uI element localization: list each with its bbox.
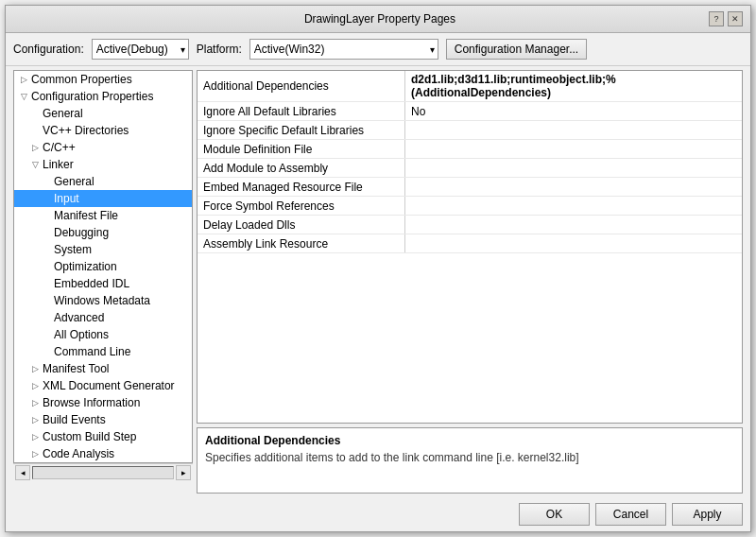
prop-value-3 [405, 140, 742, 158]
prop-row-3[interactable]: Module Definition File [198, 140, 742, 159]
expand-icon-config-props[interactable]: ▽ [18, 92, 29, 101]
tree-item-linker[interactable]: ▽Linker [14, 156, 192, 173]
prop-value-2 [405, 121, 742, 139]
horizontal-scrollbar[interactable] [32, 466, 174, 479]
tree-item-build-events[interactable]: ▷Build Events [14, 411, 192, 428]
prop-row-1[interactable]: Ignore All Default LibrariesNo [198, 102, 742, 121]
expand-icon-code-analysis[interactable]: ▷ [29, 449, 41, 459]
expand-icon-custom-build[interactable]: ▷ [29, 432, 41, 442]
prop-name-0: Additional Dependencies [198, 71, 405, 101]
expand-icon-cpp[interactable]: ▷ [29, 143, 41, 152]
tree-label-vc-dirs: VC++ Directories [43, 124, 129, 137]
tree-item-code-analysis[interactable]: ▷Code Analysis [14, 445, 192, 462]
tree-item-linker-embedded-idl[interactable]: Embedded IDL [14, 275, 192, 292]
prop-row-4[interactable]: Add Module to Assembly [198, 159, 742, 178]
prop-row-8[interactable]: Assembly Link Resource [198, 234, 742, 253]
scroll-right-arrow[interactable]: ▸ [176, 465, 191, 480]
tree-label-build-events: Build Events [43, 413, 106, 426]
platform-select[interactable]: Active(Win32) [249, 39, 438, 60]
tree-view: ▷Common Properties▽Configuration Propert… [13, 70, 193, 463]
platform-select-wrapper: Active(Win32) [249, 39, 438, 60]
tree-label-linker: Linker [43, 158, 74, 171]
tree-label-linker-system: System [54, 243, 92, 256]
tree-label-general: General [43, 107, 83, 120]
tree-item-browse-info[interactable]: ▷Browse Information [14, 394, 192, 411]
apply-button[interactable]: Apply [672, 503, 743, 526]
ok-button[interactable]: OK [519, 503, 590, 526]
tree-item-general[interactable]: General [14, 105, 192, 122]
tree-label-linker-debugging: Debugging [54, 226, 109, 239]
tree-item-linker-general[interactable]: General [14, 173, 192, 190]
prop-value-8 [405, 234, 742, 252]
tree-item-linker-all-options[interactable]: All Options [14, 326, 192, 343]
prop-row-7[interactable]: Delay Loaded Dlls [198, 216, 742, 234]
expand-icon-manifest-tool[interactable]: ▷ [29, 364, 41, 373]
expand-icon-build-events[interactable]: ▷ [29, 415, 41, 424]
tree-item-xml-doc-gen[interactable]: ▷XML Document Generator [14, 377, 192, 394]
tree-item-cpp[interactable]: ▷C/C++ [14, 139, 192, 156]
config-manager-button[interactable]: Configuration Manager... [446, 39, 587, 60]
tree-scrollbar: ◂ ▸ [13, 463, 193, 480]
tree-label-linker-windows-meta: Windows Metadata [54, 294, 150, 307]
expand-icon-linker[interactable]: ▽ [29, 160, 41, 169]
bottom-bar: OK Cancel Apply [6, 497, 750, 531]
dialog-title: DrawingLayer Property Pages [51, 12, 709, 26]
prop-value-4 [405, 159, 742, 177]
config-select-wrapper: Active(Debug) [92, 39, 189, 60]
tree-label-linker-advanced: Advanced [54, 311, 104, 324]
tree-label-linker-general: General [54, 175, 94, 188]
tree-label-code-analysis: Code Analysis [43, 447, 114, 460]
help-button[interactable]: ? [709, 11, 724, 26]
close-button[interactable]: ✕ [728, 11, 743, 26]
dialog: DrawingLayer Property Pages ? ✕ Configur… [5, 5, 751, 532]
expand-icon-xml-doc-gen[interactable]: ▷ [29, 381, 41, 390]
prop-value-6 [405, 197, 742, 215]
tree-item-linker-system[interactable]: System [14, 241, 192, 258]
tree-label-cpp: C/C++ [43, 141, 76, 154]
prop-name-2: Ignore Specific Default Libraries [198, 121, 405, 139]
cancel-button[interactable]: Cancel [595, 503, 666, 526]
expand-icon-common-props[interactable]: ▷ [18, 75, 29, 84]
prop-name-7: Delay Loaded Dlls [198, 216, 405, 234]
config-label: Configuration: [13, 43, 84, 56]
config-select[interactable]: Active(Debug) [92, 39, 189, 60]
prop-row-5[interactable]: Embed Managed Resource File [198, 178, 742, 197]
prop-value-5 [405, 178, 742, 196]
platform-label: Platform: [197, 43, 242, 56]
tree-label-custom-build: Custom Build Step [43, 430, 136, 443]
tree-item-common-props[interactable]: ▷Common Properties [14, 71, 192, 88]
toolbar: Configuration: Active(Debug) Platform: A… [6, 33, 750, 66]
prop-name-1: Ignore All Default Libraries [198, 102, 405, 120]
tree-item-custom-build[interactable]: ▷Custom Build Step [14, 428, 192, 445]
tree-item-linker-manifest[interactable]: Manifest File [14, 207, 192, 224]
tree-label-config-props: Configuration Properties [31, 90, 153, 103]
tree-item-manifest-tool[interactable]: ▷Manifest Tool [14, 360, 192, 377]
tree-item-linker-advanced[interactable]: Advanced [14, 309, 192, 326]
tree-item-vc-dirs[interactable]: VC++ Directories [14, 122, 192, 139]
prop-value-7 [405, 216, 742, 234]
tree-label-linker-input: Input [54, 192, 79, 205]
prop-row-2[interactable]: Ignore Specific Default Libraries [198, 121, 742, 140]
tree-item-linker-debugging[interactable]: Debugging [14, 224, 192, 241]
tree-item-linker-optimization[interactable]: Optimization [14, 258, 192, 275]
tree-label-browse-info: Browse Information [43, 396, 140, 409]
prop-row-6[interactable]: Force Symbol References [198, 197, 742, 216]
title-bar-controls: ? ✕ [709, 11, 743, 26]
info-title: Additional Dependencies [205, 434, 734, 447]
expand-icon-browse-info[interactable]: ▷ [29, 398, 41, 407]
tree-item-linker-cmdline[interactable]: Command Line [14, 343, 192, 360]
tree-item-linker-windows-meta[interactable]: Windows Metadata [14, 292, 192, 309]
title-bar: DrawingLayer Property Pages ? ✕ [6, 6, 750, 33]
tree-label-manifest-tool: Manifest Tool [43, 362, 109, 375]
tree-item-linker-input[interactable]: Input [14, 190, 192, 207]
prop-name-6: Force Symbol References [198, 197, 405, 215]
prop-name-3: Module Definition File [198, 140, 405, 158]
tree-label-linker-all-options: All Options [54, 328, 109, 341]
tree-label-linker-optimization: Optimization [54, 260, 117, 273]
main-content: ▷Common Properties▽Configuration Propert… [6, 66, 750, 497]
info-panel: Additional Dependencies Specifies additi… [197, 427, 743, 494]
scroll-left-arrow[interactable]: ◂ [15, 465, 30, 480]
tree-item-config-props[interactable]: ▽Configuration Properties [14, 88, 192, 105]
tree-label-linker-embedded-idl: Embedded IDL [54, 277, 129, 290]
prop-row-0[interactable]: Additional Dependenciesd2d1.lib;d3d11.li… [198, 71, 742, 102]
